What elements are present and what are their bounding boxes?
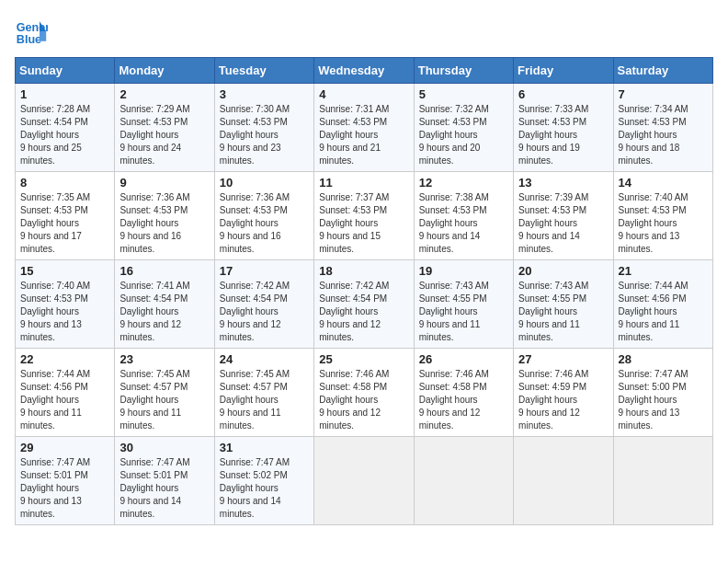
logo-icon: General Blue — [15, 15, 48, 48]
calendar-cell: 7 Sunrise: 7:34 AM Sunset: 4:53 PM Dayli… — [613, 84, 712, 172]
day-info: Sunrise: 7:36 AM Sunset: 4:53 PM Dayligh… — [119, 191, 209, 256]
day-info: Sunrise: 7:47 AM Sunset: 5:01 PM Dayligh… — [119, 456, 209, 521]
day-number: 12 — [419, 176, 508, 190]
calendar-cell: 12 Sunrise: 7:38 AM Sunset: 4:53 PM Dayl… — [414, 172, 513, 260]
day-info: Sunrise: 7:34 AM Sunset: 4:53 PM Dayligh… — [619, 103, 708, 167]
day-info: Sunrise: 7:46 AM Sunset: 4:59 PM Dayligh… — [518, 368, 608, 432]
weekday-header-saturday: Saturday — [613, 58, 712, 84]
calendar-cell: 19 Sunrise: 7:43 AM Sunset: 4:55 PM Dayl… — [414, 260, 513, 349]
calendar-cell: 8 Sunrise: 7:35 AM Sunset: 4:53 PM Dayli… — [16, 172, 115, 260]
day-number: 21 — [619, 264, 708, 278]
day-number: 16 — [119, 264, 209, 278]
calendar-cell: 1 Sunrise: 7:28 AM Sunset: 4:54 PM Dayli… — [16, 84, 115, 172]
calendar-cell — [314, 437, 414, 525]
weekday-header-thursday: Thursday — [414, 58, 513, 84]
calendar-cell: 15 Sunrise: 7:40 AM Sunset: 4:53 PM Dayl… — [16, 260, 115, 349]
calendar-cell: 26 Sunrise: 7:46 AM Sunset: 4:58 PM Dayl… — [414, 349, 513, 437]
day-info: Sunrise: 7:47 AM Sunset: 5:00 PM Dayligh… — [619, 368, 708, 432]
day-info: Sunrise: 7:38 AM Sunset: 4:53 PM Dayligh… — [419, 191, 508, 256]
calendar-week-2: 8 Sunrise: 7:35 AM Sunset: 4:53 PM Dayli… — [16, 172, 713, 260]
day-info: Sunrise: 7:33 AM Sunset: 4:53 PM Dayligh… — [518, 103, 608, 167]
calendar-cell: 10 Sunrise: 7:36 AM Sunset: 4:53 PM Dayl… — [214, 172, 313, 260]
day-number: 14 — [619, 176, 708, 190]
day-number: 30 — [119, 441, 209, 454]
day-number: 19 — [419, 264, 508, 278]
day-info: Sunrise: 7:45 AM Sunset: 4:57 PM Dayligh… — [220, 368, 309, 432]
day-number: 20 — [518, 264, 608, 278]
day-info: Sunrise: 7:28 AM Sunset: 4:54 PM Dayligh… — [20, 103, 109, 167]
calendar-cell: 6 Sunrise: 7:33 AM Sunset: 4:53 PM Dayli… — [514, 84, 613, 172]
calendar-cell: 5 Sunrise: 7:32 AM Sunset: 4:53 PM Dayli… — [414, 84, 513, 172]
day-number: 11 — [319, 176, 408, 190]
day-number: 29 — [20, 441, 109, 454]
calendar-cell: 16 Sunrise: 7:41 AM Sunset: 4:54 PM Dayl… — [115, 260, 214, 349]
day-info: Sunrise: 7:44 AM Sunset: 4:56 PM Dayligh… — [20, 368, 109, 432]
calendar-cell: 24 Sunrise: 7:45 AM Sunset: 4:57 PM Dayl… — [214, 349, 313, 437]
day-info: Sunrise: 7:35 AM Sunset: 4:53 PM Dayligh… — [20, 191, 109, 256]
day-info: Sunrise: 7:42 AM Sunset: 4:54 PM Dayligh… — [319, 280, 408, 344]
day-number: 28 — [619, 352, 708, 366]
weekday-header-tuesday: Tuesday — [214, 58, 313, 84]
day-number: 25 — [319, 352, 408, 366]
calendar-cell: 27 Sunrise: 7:46 AM Sunset: 4:59 PM Dayl… — [514, 349, 613, 437]
day-info: Sunrise: 7:46 AM Sunset: 4:58 PM Dayligh… — [419, 368, 508, 432]
day-number: 7 — [619, 87, 708, 101]
calendar-cell: 9 Sunrise: 7:36 AM Sunset: 4:53 PM Dayli… — [115, 172, 214, 260]
calendar-cell: 14 Sunrise: 7:40 AM Sunset: 4:53 PM Dayl… — [613, 172, 712, 260]
day-number: 10 — [220, 176, 309, 190]
day-number: 1 — [20, 87, 109, 101]
day-number: 27 — [518, 352, 608, 366]
calendar-week-4: 22 Sunrise: 7:44 AM Sunset: 4:56 PM Dayl… — [16, 349, 713, 437]
day-info: Sunrise: 7:30 AM Sunset: 4:53 PM Dayligh… — [220, 103, 309, 167]
calendar-cell — [414, 437, 513, 525]
day-number: 24 — [220, 352, 309, 366]
day-number: 5 — [419, 87, 508, 101]
calendar-cell: 30 Sunrise: 7:47 AM Sunset: 5:01 PM Dayl… — [115, 437, 214, 525]
calendar-cell: 31 Sunrise: 7:47 AM Sunset: 5:02 PM Dayl… — [214, 437, 313, 525]
day-info: Sunrise: 7:39 AM Sunset: 4:53 PM Dayligh… — [518, 191, 608, 256]
weekday-header-monday: Monday — [115, 58, 214, 84]
logo: General Blue — [15, 15, 53, 48]
day-number: 17 — [220, 264, 309, 278]
calendar-cell: 29 Sunrise: 7:47 AM Sunset: 5:01 PM Dayl… — [16, 437, 115, 525]
calendar-week-1: 1 Sunrise: 7:28 AM Sunset: 4:54 PM Dayli… — [16, 84, 713, 172]
weekday-header-sunday: Sunday — [16, 58, 115, 84]
calendar-cell: 21 Sunrise: 7:44 AM Sunset: 4:56 PM Dayl… — [613, 260, 712, 349]
calendar-cell: 13 Sunrise: 7:39 AM Sunset: 4:53 PM Dayl… — [514, 172, 613, 260]
calendar-week-3: 15 Sunrise: 7:40 AM Sunset: 4:53 PM Dayl… — [16, 260, 713, 349]
calendar-cell: 22 Sunrise: 7:44 AM Sunset: 4:56 PM Dayl… — [16, 349, 115, 437]
calendar-cell: 28 Sunrise: 7:47 AM Sunset: 5:00 PM Dayl… — [613, 349, 712, 437]
calendar-cell: 4 Sunrise: 7:31 AM Sunset: 4:53 PM Dayli… — [314, 84, 414, 172]
day-info: Sunrise: 7:41 AM Sunset: 4:54 PM Dayligh… — [119, 280, 209, 344]
weekday-header-friday: Friday — [514, 58, 613, 84]
day-info: Sunrise: 7:40 AM Sunset: 4:53 PM Dayligh… — [619, 191, 708, 256]
calendar-cell: 3 Sunrise: 7:30 AM Sunset: 4:53 PM Dayli… — [214, 84, 313, 172]
day-info: Sunrise: 7:45 AM Sunset: 4:57 PM Dayligh… — [119, 368, 209, 432]
day-number: 13 — [518, 176, 608, 190]
calendar-cell — [514, 437, 613, 525]
calendar-cell — [613, 437, 712, 525]
page-header: General Blue — [15, 15, 713, 48]
day-info: Sunrise: 7:43 AM Sunset: 4:55 PM Dayligh… — [518, 280, 608, 344]
weekday-header-wednesday: Wednesday — [314, 58, 414, 84]
day-info: Sunrise: 7:37 AM Sunset: 4:53 PM Dayligh… — [319, 191, 408, 256]
calendar-cell: 2 Sunrise: 7:29 AM Sunset: 4:53 PM Dayli… — [115, 84, 214, 172]
day-info: Sunrise: 7:46 AM Sunset: 4:58 PM Dayligh… — [319, 368, 408, 432]
day-number: 3 — [220, 87, 309, 101]
day-info: Sunrise: 7:43 AM Sunset: 4:55 PM Dayligh… — [419, 280, 508, 344]
day-info: Sunrise: 7:47 AM Sunset: 5:02 PM Dayligh… — [220, 456, 309, 521]
calendar-cell: 17 Sunrise: 7:42 AM Sunset: 4:54 PM Dayl… — [214, 260, 313, 349]
day-info: Sunrise: 7:47 AM Sunset: 5:01 PM Dayligh… — [20, 456, 109, 521]
day-number: 26 — [419, 352, 508, 366]
calendar-cell: 25 Sunrise: 7:46 AM Sunset: 4:58 PM Dayl… — [314, 349, 414, 437]
calendar-cell: 11 Sunrise: 7:37 AM Sunset: 4:53 PM Dayl… — [314, 172, 414, 260]
calendar-week-5: 29 Sunrise: 7:47 AM Sunset: 5:01 PM Dayl… — [16, 437, 713, 525]
day-number: 8 — [20, 176, 109, 190]
day-number: 15 — [20, 264, 109, 278]
calendar-cell: 23 Sunrise: 7:45 AM Sunset: 4:57 PM Dayl… — [115, 349, 214, 437]
calendar-cell: 18 Sunrise: 7:42 AM Sunset: 4:54 PM Dayl… — [314, 260, 414, 349]
day-info: Sunrise: 7:44 AM Sunset: 4:56 PM Dayligh… — [619, 280, 708, 344]
day-number: 22 — [20, 352, 109, 366]
day-info: Sunrise: 7:32 AM Sunset: 4:53 PM Dayligh… — [419, 103, 508, 167]
calendar-table: SundayMondayTuesdayWednesdayThursdayFrid… — [15, 57, 713, 525]
